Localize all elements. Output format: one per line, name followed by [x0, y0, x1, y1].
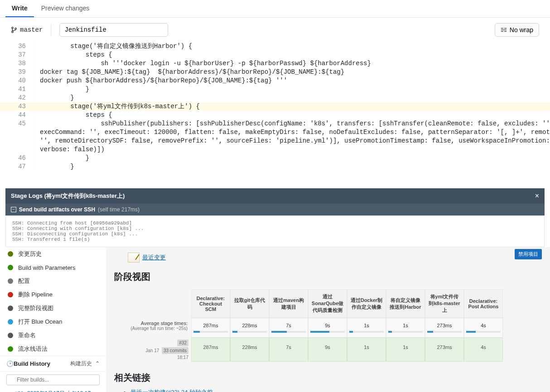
stage-header[interactable]: 将yml文件传到k8s-master上: [425, 289, 464, 318]
wrap-label: No wrap: [510, 26, 533, 33]
related-links-list: 最近一次构建(#32),24 秒秒之前: [130, 388, 542, 392]
build-history-header[interactable]: 🕑 Build History 构建历史 ⌃: [0, 356, 106, 372]
close-icon[interactable]: ×: [535, 192, 539, 200]
sidebar-item-icon: [6, 250, 14, 258]
stage-header[interactable]: 通过maven构建项目: [269, 289, 308, 318]
stage-logs-header: Stage Logs (将yml文件传到k8s-master上) ×: [5, 188, 545, 204]
stage-view-title: 阶段视图: [114, 271, 542, 283]
wrap-toggle-button[interactable]: No wrap: [495, 23, 539, 37]
sidebar-item[interactable]: 完整阶段视图: [0, 301, 106, 315]
related-links-title: 相关链接: [114, 372, 542, 384]
recent-changes-link[interactable]: 最近变更: [128, 253, 542, 263]
log-line: SSH: Transferred 1 file(s): [12, 237, 538, 242]
avg-label: Average stage times:: [118, 320, 188, 326]
log-task-row[interactable]: − Send build artifacts over SSH (self ti…: [5, 204, 545, 215]
stage-run-cell[interactable]: 1s: [347, 338, 386, 362]
line-number: [0, 145, 35, 154]
log-task-time: (self time 217ms): [98, 206, 140, 213]
code-line[interactable]: execCommand: '', execTimeout: 120000, fl…: [0, 128, 550, 137]
tab-write[interactable]: Write: [5, 0, 34, 17]
svg-point-0: [12, 27, 14, 29]
sidebar-item-icon: [6, 277, 14, 285]
wrap-icon: [501, 27, 507, 33]
code-editor[interactable]: 36 stage('将自定义镜像推送到Harbor') {37 steps {3…: [0, 42, 550, 175]
code-text: }: [35, 154, 89, 163]
code-line[interactable]: 37 steps {: [0, 51, 550, 59]
stage-logs-title: Stage Logs (将yml文件传到k8s-master上): [11, 192, 125, 200]
stage-avg-cell[interactable]: 7s: [269, 318, 308, 338]
build-history-sublabel: 构建历史: [70, 360, 92, 367]
stage-run-cell[interactable]: 4s: [464, 338, 503, 362]
stage-avg-cell[interactable]: 228ms: [230, 318, 269, 338]
sidebar-item[interactable]: Build with Parameters: [0, 261, 106, 274]
code-line[interactable]: 43 stage('将yml文件传到k8s-master上') {: [0, 102, 550, 111]
stage-avg-cell[interactable]: 1s: [386, 318, 425, 338]
stage-run-cell[interactable]: 7s: [269, 338, 308, 362]
edit-icon: [128, 253, 140, 263]
stage-run-cell[interactable]: 228ms: [230, 338, 269, 362]
code-line[interactable]: 41 }: [0, 85, 550, 94]
svg-point-10: [8, 278, 13, 284]
last-build-link[interactable]: 最近一次构建(#32),24 秒秒之前: [130, 389, 213, 392]
stage-avg-cell[interactable]: 273ms: [425, 318, 464, 338]
collapse-icon[interactable]: −: [11, 207, 16, 212]
stage-run-cell[interactable]: 1s: [386, 338, 425, 362]
code-text: docker tag ${JOB_NAME}:${tag} ${harborAd…: [35, 68, 344, 76]
stage-run-cell[interactable]: 273ms: [425, 338, 464, 362]
stage-run-cell[interactable]: 287ms: [191, 338, 230, 362]
stage-header[interactable]: 通过SonarQube做代码质量检测: [308, 289, 347, 318]
editor-tabs: Write Preview changes: [0, 0, 550, 18]
code-line[interactable]: verbose: false)]): [0, 145, 550, 154]
stage-run-cell[interactable]: 9s: [308, 338, 347, 362]
sidebar-item-icon: [6, 291, 14, 299]
stage-avg-cell[interactable]: 4s: [464, 318, 503, 338]
stage-avg-cell[interactable]: 1s: [347, 318, 386, 338]
stage-header[interactable]: Declarative: Post Actions: [464, 289, 503, 318]
sidebar-item-label: 流水线语法: [18, 345, 48, 353]
sidebar-item[interactable]: 删除 Pipeline: [0, 288, 106, 301]
code-text: }: [35, 85, 89, 94]
code-line[interactable]: 39docker tag ${JOB_NAME}:${tag} ${harbor…: [0, 68, 550, 76]
editor-toolbar: master No wrap: [0, 18, 550, 42]
list-item: 最近一次构建(#32),24 秒秒之前: [130, 388, 542, 392]
stage-avg-cell[interactable]: 287ms: [191, 318, 230, 338]
run-label[interactable]: #32Jan 17 33 commits18:17: [114, 338, 191, 362]
chevron-up-icon[interactable]: ⌃: [95, 360, 100, 367]
sidebar-item[interactable]: 流水线语法: [0, 342, 106, 356]
code-line[interactable]: 44 steps {: [0, 111, 550, 120]
code-line[interactable]: 45 sshPublisher(publishers: [sshPublishe…: [0, 120, 550, 128]
code-line[interactable]: 36 stage('将自定义镜像推送到Harbor') {: [0, 42, 550, 51]
tab-preview[interactable]: Preview changes: [35, 0, 96, 17]
sidebar-item[interactable]: 变更历史: [0, 247, 106, 261]
sidebar-item[interactable]: 重命名: [0, 329, 106, 342]
avg-sublabel: (Average full run time: ~25s): [118, 326, 188, 331]
line-number: 46: [0, 154, 35, 163]
code-line[interactable]: 47 }: [0, 163, 550, 171]
stage-header[interactable]: 拉取git仓库代码: [230, 289, 269, 318]
build-date-link[interactable]: 2022年1月17日 上午10:17: [27, 390, 91, 392]
branch-indicator[interactable]: master: [11, 26, 43, 33]
sidebar-item-label: 配置: [18, 277, 30, 285]
filter-builds-input[interactable]: [6, 374, 100, 385]
sidebar-item[interactable]: 配置: [0, 274, 106, 288]
jenkins-main: 禁用项目 最近变更 阶段视图 Declarative: Checkout SCM…: [106, 247, 550, 392]
code-line[interactable]: 42 }: [0, 94, 550, 102]
filename-input[interactable]: [59, 23, 168, 37]
stage-header[interactable]: Declarative: Checkout SCM: [191, 289, 230, 318]
stage-avg-cell[interactable]: 9s: [308, 318, 347, 338]
code-line[interactable]: 40docker push ${harborAddress}/${harborR…: [0, 76, 550, 85]
sidebar-item[interactable]: 打开 Blue Ocean: [0, 315, 106, 329]
code-line[interactable]: 38 sh '''docker login -u ${harborUser} -…: [0, 59, 550, 68]
code-line[interactable]: 46 }: [0, 154, 550, 163]
stage-header[interactable]: 将自定义镜像推送到Harbor: [386, 289, 425, 318]
log-output: SSH: Connecting from host [68956a929abd]…: [5, 215, 545, 247]
code-text: }: [35, 163, 74, 171]
stage-header[interactable]: 通过Docker制作自定义镜像: [347, 289, 386, 318]
line-number: 45: [0, 120, 35, 128]
build-row[interactable]: ◉ #32 2022年1月17日 上午10:17: [0, 388, 106, 392]
branch-name: master: [20, 26, 43, 33]
code-line[interactable]: '', remoteDirectorySDF: false, removePre…: [0, 137, 550, 145]
sidebar-item-icon: [6, 304, 14, 312]
disable-project-button[interactable]: 禁用项目: [515, 249, 542, 259]
jenkins-page: 变更历史Build with Parameters配置删除 Pipeline完整…: [0, 247, 550, 392]
